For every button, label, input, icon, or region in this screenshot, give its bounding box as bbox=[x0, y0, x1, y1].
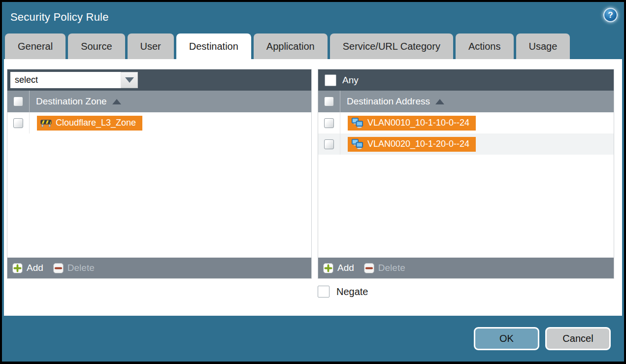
address-name: VLAN0010_10-1-10-0--24 bbox=[367, 118, 469, 128]
address-icon bbox=[351, 139, 363, 149]
dialog-title: Security Policy Rule bbox=[10, 11, 109, 24]
tab-source[interactable]: Source bbox=[68, 33, 125, 59]
tab-bar: General Source User Destination Applicat… bbox=[5, 33, 621, 59]
table-row[interactable]: Cloudflare_L3_Zone bbox=[7, 112, 311, 133]
delete-icon bbox=[364, 263, 374, 273]
table-row[interactable]: VLAN0020_10-1-20-0--24 bbox=[318, 133, 614, 155]
row-checkbox[interactable] bbox=[13, 118, 23, 128]
row-checkbox[interactable] bbox=[324, 118, 334, 128]
dialog-footer: OK Cancel bbox=[2, 316, 624, 362]
row-checkbox-cell bbox=[318, 133, 340, 155]
address-select-all-cell bbox=[318, 91, 340, 112]
address-column-header: Destination Address bbox=[318, 91, 614, 112]
zone-column-title[interactable]: Destination Zone bbox=[36, 96, 121, 107]
zone-name: Cloudflare_L3_Zone bbox=[56, 118, 136, 128]
row-checkbox-cell bbox=[318, 112, 340, 133]
address-chip[interactable]: VLAN0020_10-1-20-0--24 bbox=[348, 137, 476, 152]
destination-tab-content: Destination Zone bbox=[4, 59, 622, 316]
zone-column-header: Destination Zone bbox=[7, 91, 311, 112]
zone-filter-bar bbox=[7, 69, 311, 91]
zone-panel-footer: Add Delete bbox=[7, 258, 311, 278]
row-checkbox-cell bbox=[7, 112, 30, 133]
security-policy-rule-dialog: Security Policy Rule ? General Source Us… bbox=[2, 2, 624, 362]
add-address-button[interactable]: Add bbox=[323, 263, 354, 273]
zone-chip[interactable]: Cloudflare_L3_Zone bbox=[37, 116, 142, 131]
sort-ascending-icon bbox=[112, 99, 121, 104]
tab-user[interactable]: User bbox=[128, 33, 174, 59]
delete-zone-button[interactable]: Delete bbox=[53, 263, 95, 273]
tab-actions[interactable]: Actions bbox=[456, 33, 514, 59]
address-column-title[interactable]: Destination Address bbox=[347, 96, 444, 107]
address-icon bbox=[351, 118, 363, 128]
any-checkbox[interactable] bbox=[325, 74, 336, 86]
address-list: VLAN0010_10-1-10-0--24 bbox=[318, 112, 614, 258]
tab-application[interactable]: Application bbox=[254, 33, 328, 59]
destination-zone-panel: Destination Zone bbox=[7, 69, 312, 279]
add-icon bbox=[12, 263, 23, 273]
ok-button[interactable]: OK bbox=[474, 327, 539, 350]
zone-select-dropdown-button[interactable] bbox=[121, 72, 138, 88]
tab-general[interactable]: General bbox=[5, 33, 66, 59]
address-any-bar: Any bbox=[318, 69, 614, 91]
add-icon bbox=[323, 263, 333, 273]
tab-service-url-category[interactable]: Service/URL Category bbox=[330, 33, 453, 59]
chevron-down-icon bbox=[125, 77, 134, 83]
negate-row: Negate bbox=[318, 286, 368, 298]
delete-address-button[interactable]: Delete bbox=[364, 263, 405, 273]
tab-destination[interactable]: Destination bbox=[176, 33, 251, 59]
tab-usage[interactable]: Usage bbox=[516, 33, 570, 59]
negate-label: Negate bbox=[336, 286, 368, 298]
destination-address-panel: Any Destination Address bbox=[318, 69, 614, 279]
row-checkbox[interactable] bbox=[324, 139, 334, 149]
negate-checkbox[interactable] bbox=[318, 286, 329, 298]
address-panel-footer: Add Delete bbox=[318, 258, 614, 278]
address-name: VLAN0020_10-1-20-0--24 bbox=[367, 139, 469, 149]
zone-select-input[interactable] bbox=[10, 72, 121, 88]
zone-list: Cloudflare_L3_Zone bbox=[7, 112, 311, 258]
any-label: Any bbox=[342, 75, 359, 86]
zone-select-all-cell bbox=[7, 91, 30, 112]
address-chip[interactable]: VLAN0010_10-1-10-0--24 bbox=[348, 116, 476, 131]
help-icon[interactable]: ? bbox=[603, 8, 618, 22]
cancel-button[interactable]: Cancel bbox=[545, 327, 611, 350]
zone-icon bbox=[40, 119, 52, 128]
table-row[interactable]: VLAN0010_10-1-10-0--24 bbox=[318, 112, 614, 133]
delete-icon bbox=[53, 263, 64, 273]
sort-ascending-icon bbox=[435, 99, 444, 104]
address-select-all-checkbox[interactable] bbox=[324, 97, 334, 106]
zone-select-all-checkbox[interactable] bbox=[13, 97, 23, 106]
add-zone-button[interactable]: Add bbox=[12, 263, 43, 273]
titlebar: Security Policy Rule ? bbox=[2, 2, 624, 33]
